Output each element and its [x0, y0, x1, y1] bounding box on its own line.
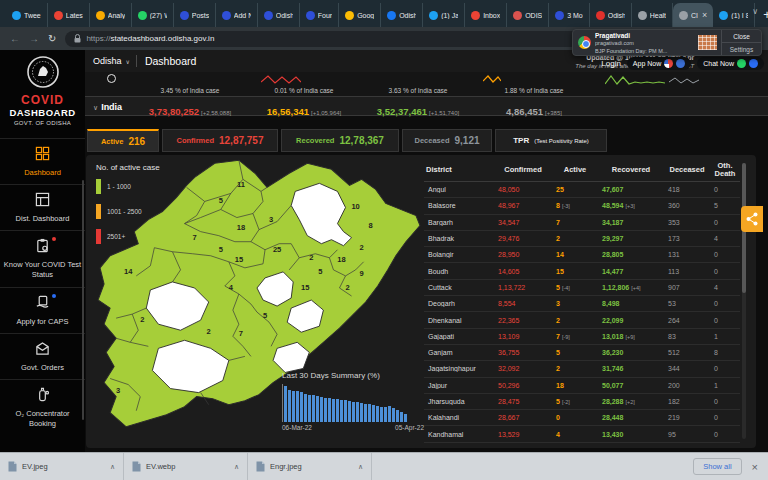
odisha-trend-row[interactable]: [85, 72, 768, 85]
reload-icon[interactable]: ↻: [48, 34, 56, 44]
messenger-icon: [749, 59, 758, 68]
caps-icon: [35, 295, 50, 314]
active-value: 7: [552, 219, 598, 226]
browser-tab-7[interactable]: Four: [300, 3, 339, 27]
district-active-count: 5: [219, 245, 223, 254]
browser-tab-6[interactable]: Odish: [258, 3, 300, 27]
download-chevron-icon[interactable]: ∧: [358, 463, 363, 471]
download-chip-engr-jpeg[interactable]: Engr.jpeg∧: [248, 453, 372, 480]
chart-bar: [384, 407, 387, 422]
download-chevron-icon[interactable]: ∧: [110, 463, 115, 471]
table-header-row: DistrictConfirmedActiveRecoveredDeceased…: [424, 159, 740, 182]
india-summary-row[interactable]: ∨India 3,73,80,252[+2,58,088]16,56,341[+…: [85, 96, 768, 116]
brand-govt: GOVT. OF ODISHA: [0, 120, 85, 126]
tab-recovered[interactable]: Recovered12,78,367: [281, 129, 399, 152]
sidebar-item-govt-orders[interactable]: Govt. Orders: [0, 333, 85, 379]
sidebar-item-label: Dashboard: [3, 168, 82, 178]
chrome-icon: [578, 36, 591, 49]
recovered-value: 13,430: [598, 431, 664, 438]
india-metric-value: 3,73,80,252[+2,58,088]: [125, 101, 255, 119]
main-content: Odisha ∨ Dashboard Updated @ 10:10 AM on…: [85, 50, 768, 452]
chevron-down-icon[interactable]: ∨: [126, 58, 130, 65]
header-divider: [136, 55, 137, 67]
table-scrollbar[interactable]: [742, 163, 746, 439]
appstore-icon: [676, 59, 685, 68]
browser-tab-0[interactable]: Twee: [6, 3, 48, 27]
download-chevron-icon[interactable]: ∧: [234, 463, 239, 471]
login-link[interactable]: Login: [601, 59, 621, 68]
browser-tab-5[interactable]: Add N: [216, 3, 258, 27]
other-death-value: 4: [710, 235, 740, 242]
district-name: Bargarh: [424, 219, 494, 226]
browser-tab-10[interactable]: (1) Ja: [423, 3, 465, 27]
deceased-value: 53: [664, 300, 710, 307]
tab-close-icon[interactable]: ×: [702, 10, 707, 20]
browser-tab-14[interactable]: Odish: [590, 3, 632, 27]
show-all-button[interactable]: Show all: [693, 458, 741, 475]
tab-deceased[interactable]: Deceased9,121: [402, 129, 492, 152]
browser-tab-9[interactable]: Odish: [381, 3, 423, 27]
browser-tab-16[interactable]: CI×: [673, 3, 713, 27]
forward-icon[interactable]: →: [29, 34, 39, 44]
app-now-button[interactable]: App Now: [627, 57, 691, 70]
browser-tab-2[interactable]: Analy: [90, 3, 132, 27]
table-row: Bhadrak29,476229,2971734: [424, 231, 740, 247]
file-icon: [132, 458, 141, 476]
district-active-count: 7: [193, 233, 197, 242]
browser-tab-label: Add N: [234, 12, 251, 19]
tab-search-chevron-icon[interactable]: ∨: [752, 7, 758, 16]
chart-bar: [404, 414, 407, 422]
new-tab-button[interactable]: +: [763, 7, 768, 22]
browser-tab-8[interactable]: Goog: [339, 3, 381, 27]
recovered-value: 34,187: [598, 219, 664, 226]
browser-tab-strip: TweeLatesAnaly(27) WPostsAdd NOdishFourG…: [0, 0, 768, 27]
sidebar-item-o-concentrator-booking[interactable]: O₂ Concentrator Booking: [0, 379, 85, 435]
india-row-label[interactable]: ∨India: [93, 102, 122, 112]
radio-ring-icon[interactable]: [107, 74, 116, 83]
browser-tab-13[interactable]: 3 Mo: [549, 3, 590, 27]
download-chip-ev-jpeg[interactable]: EV.jpeg∧: [0, 453, 124, 480]
twitter-icon: [12, 11, 21, 20]
table-row: Cuttack1,13,7225[-4]1,12,806[+4]9074: [424, 280, 740, 296]
browser-tab-12[interactable]: ODIS: [507, 3, 549, 27]
recovered-value: 14,477: [598, 268, 664, 275]
news-icon: [54, 11, 63, 20]
active-value: 2: [552, 235, 598, 242]
recovered-value: 28,288[+2]: [598, 398, 664, 405]
chart-bar: [296, 391, 299, 422]
tab-active[interactable]: Active216: [87, 129, 159, 152]
sidebar-item-know-your-covid-test-status[interactable]: Know Your COVID Test Status: [0, 230, 85, 286]
chat-now-button[interactable]: Chat Now: [697, 57, 764, 70]
active-sparkline: [483, 73, 501, 85]
chart-bar: [312, 395, 315, 422]
browser-tab-17[interactable]: (1) I 8: [713, 3, 755, 27]
download-filename: EV.jpeg: [22, 462, 105, 471]
odisha-state-emblem: [26, 55, 60, 89]
clock-icon: [638, 11, 647, 20]
state-selector[interactable]: Odisha: [93, 56, 122, 66]
sidebar-scrollbar[interactable]: [82, 180, 84, 420]
browser-tab-label: Odish: [608, 12, 625, 19]
downloads-close-icon[interactable]: ×: [752, 461, 758, 473]
browser-tab-1[interactable]: Lates: [48, 3, 90, 27]
share-button[interactable]: [741, 206, 763, 232]
browser-tab-11[interactable]: Inbox: [465, 3, 507, 27]
chart-x-start: 06-Mar-22: [282, 424, 312, 431]
notification-close-button[interactable]: Close: [722, 30, 761, 42]
deceased-value: 182: [664, 398, 710, 405]
sidebar-item-dashboard[interactable]: Dashboard: [0, 138, 85, 184]
recovered-value: 47,607: [598, 186, 664, 193]
sidebar-item-apply-for-caps[interactable]: Apply for CAPS: [0, 287, 85, 333]
back-icon[interactable]: ←: [10, 34, 20, 44]
notification-settings-button[interactable]: Settings: [722, 42, 761, 55]
browser-tab-3[interactable]: (27) W: [132, 3, 174, 27]
browser-tab-15[interactable]: Healt: [632, 3, 673, 27]
deceased-value: 907: [664, 284, 710, 291]
tab-tpr[interactable]: TPR(Test Positivity Rate): [495, 129, 607, 152]
tab-confirmed[interactable]: Confirmed12,87,757: [162, 129, 278, 152]
download-chip-ev-webp[interactable]: EV.webp∧: [124, 453, 248, 480]
browser-tab-4[interactable]: Posts: [174, 3, 216, 27]
notification-body[interactable]: Pragativadi pragativadi.com BJP Foundati…: [595, 30, 696, 55]
table-header-cell: Confirmed: [494, 166, 552, 174]
sidebar-item-dist-dashboard[interactable]: Dist. Dashboard: [0, 184, 85, 230]
